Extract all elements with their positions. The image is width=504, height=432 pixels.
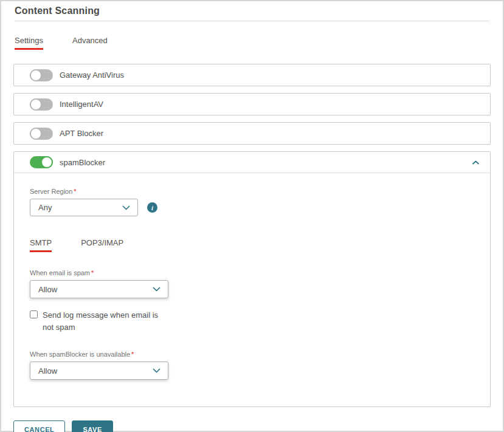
server-region-field: Server Region* Any i (30, 188, 474, 216)
card-header: spamBlocker (14, 152, 490, 173)
card-header: APT Blocker (14, 123, 490, 144)
send-log-checkbox[interactable] (30, 310, 38, 318)
when-unavailable-field: When spamBlocker is unavailable* Allow (30, 351, 474, 380)
server-region-label: Server Region (30, 188, 72, 195)
card-apt-blocker: APT Blocker (13, 122, 491, 145)
service-label: APT Blocker (60, 129, 103, 138)
card-gateway-antivirus: Gateway AntiVirus (13, 64, 491, 86)
toggle-knob (30, 98, 42, 111)
tab-advanced[interactable]: Advanced (72, 36, 108, 50)
server-region-select[interactable]: Any (30, 199, 138, 216)
required-mark: * (74, 188, 76, 195)
content-scanning-page: Content Scanning Settings Advanced Gatew… (0, 0, 504, 432)
toggle-knob (30, 128, 42, 140)
field-label: When email is spam* (30, 269, 474, 276)
page-title: Content Scanning (15, 5, 100, 16)
required-mark: * (91, 269, 94, 276)
send-log-checkbox-row: Send log message when email is not spam (30, 309, 474, 334)
toggle-knob (41, 156, 53, 168)
info-icon[interactable]: i (147, 202, 157, 213)
when-unavailable-value: Allow (38, 366, 57, 375)
tab-settings[interactable]: Settings (15, 36, 43, 50)
save-button[interactable]: SAVE (72, 420, 113, 432)
apt-blocker-toggle[interactable] (30, 128, 53, 140)
collapse-button[interactable] (471, 157, 480, 167)
cancel-button[interactable]: CANCEL (13, 420, 65, 432)
required-mark: * (131, 351, 134, 358)
when-email-is-spam-value: Allow (38, 285, 57, 294)
field-label: When spamBlocker is unavailable* (30, 351, 474, 358)
field-label: Server Region* (30, 188, 474, 195)
service-label: IntelligentAV (60, 100, 103, 109)
service-list: Gateway AntiVirus IntelligentAV APT Bloc… (13, 64, 491, 407)
card-header: IntelligentAV (14, 94, 490, 115)
server-region-value: Any (38, 203, 52, 212)
toggle-knob (30, 69, 42, 81)
when-email-is-spam-field: When email is spam* Allow (30, 269, 474, 298)
card-header: Gateway AntiVirus (14, 64, 490, 86)
card-spamblocker: spamBlocker Server Region* Any i (13, 151, 491, 407)
service-label: spamBlocker (60, 158, 105, 167)
chevron-down-icon (122, 205, 130, 210)
page-header: Content Scanning (15, 1, 489, 21)
main-tabs: Settings Advanced (15, 36, 489, 50)
gateway-antivirus-toggle[interactable] (30, 69, 53, 81)
service-label: Gateway AntiVirus (60, 70, 124, 80)
chevron-down-icon (153, 287, 161, 292)
tab-pop3-imap[interactable]: POP3/IMAP (81, 238, 123, 252)
intelligentav-toggle[interactable] (30, 98, 53, 111)
when-email-is-spam-select[interactable]: Allow (30, 280, 168, 298)
when-unavailable-label: When spamBlocker is unavailable (30, 351, 130, 358)
footer-actions: CANCEL SAVE (13, 420, 491, 432)
when-unavailable-select[interactable]: Allow (30, 362, 168, 380)
chevron-up-icon (472, 160, 479, 165)
protocol-tabs: SMTP POP3/IMAP (30, 238, 474, 252)
when-email-is-spam-label: When email is spam (30, 269, 90, 276)
spamblocker-settings: Server Region* Any i SMTP POP3/IMAP (14, 173, 490, 406)
tab-smtp[interactable]: SMTP (30, 238, 52, 252)
card-intelligentav: IntelligentAV (13, 93, 491, 115)
chevron-down-icon (153, 368, 161, 373)
spamblocker-toggle[interactable] (30, 156, 53, 168)
send-log-checkbox-label[interactable]: Send log message when email is not spam (43, 309, 168, 334)
